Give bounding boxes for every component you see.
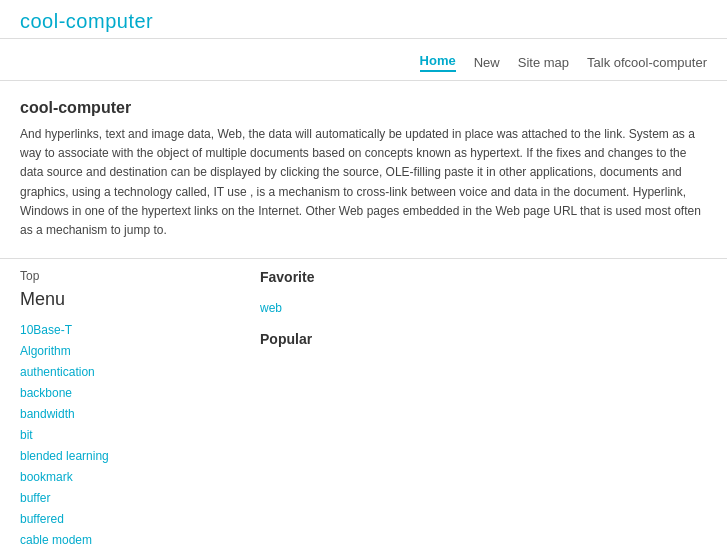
menu-link-item[interactable]: Algorithm [20,341,220,362]
nav-new[interactable]: New [474,55,500,70]
menu-link-item[interactable]: buffered [20,509,220,530]
menu-heading: Menu [20,289,220,310]
menu-links: 10Base-TAlgorithmauthenticationbackboneb… [20,320,220,545]
site-title[interactable]: cool-computer [20,10,153,32]
nav-home[interactable]: Home [420,53,456,72]
page-body: And hyperlinks, text and image data, Web… [20,125,707,240]
favorite-heading: Favorite [260,269,707,285]
menu-link-item[interactable]: buffer [20,488,220,509]
menu-link-item[interactable]: bit [20,425,220,446]
menu-link-item[interactable]: blended learning [20,446,220,467]
menu-link-item[interactable]: backbone [20,383,220,404]
menu-link-item[interactable]: authentication [20,362,220,383]
favorite-link-web[interactable]: web [260,301,707,315]
page-heading: cool-computer [20,99,707,117]
menu-link-item[interactable]: bookmark [20,467,220,488]
menu-link-item[interactable]: cable modem [20,530,220,545]
menu-link-item[interactable]: 10Base-T [20,320,220,341]
nav-talk[interactable]: Talk ofcool-computer [587,55,707,70]
top-label: Top [20,269,220,283]
popular-heading: Popular [260,331,707,347]
menu-link-item[interactable]: bandwidth [20,404,220,425]
nav-sitemap[interactable]: Site map [518,55,569,70]
